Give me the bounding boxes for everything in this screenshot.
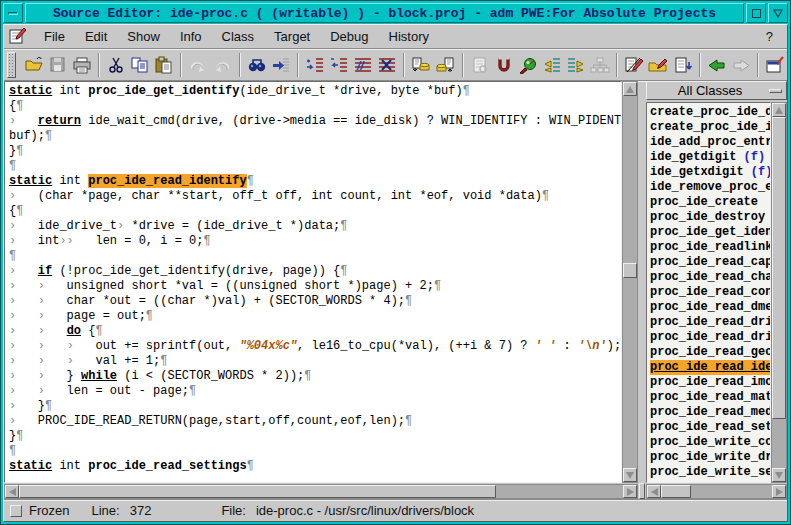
scroll-up-button[interactable] (772, 103, 786, 117)
classes-vscroll-trough[interactable] (772, 117, 786, 468)
class-list[interactable]: create_proc_ide_drivescreate_proc_ide_in… (646, 102, 771, 483)
menu-show[interactable]: Show (117, 26, 170, 47)
scroll-down-button[interactable] (623, 468, 637, 482)
class-list-item[interactable]: proc_ide_read_geometry (650, 345, 770, 360)
all-classes-dropdown[interactable]: All Classes (646, 81, 787, 100)
menu-help[interactable]: ? (760, 26, 779, 47)
paste-icon (154, 56, 174, 74)
comment-button[interactable]: // (351, 52, 375, 78)
uncomment-button[interactable] (375, 52, 399, 78)
edit-file-button[interactable] (622, 52, 646, 78)
scroll-right-button[interactable] (623, 485, 637, 498)
edit-project-button[interactable] (646, 52, 670, 78)
save-icon (48, 56, 68, 74)
back-button[interactable] (705, 52, 729, 78)
menu-target[interactable]: Target (264, 26, 320, 47)
classes-vscroll-thumb[interactable] (772, 117, 786, 419)
classes-hscroll-trough[interactable] (661, 485, 772, 498)
properties-button[interactable] (763, 52, 787, 78)
paste-button[interactable] (152, 52, 176, 78)
class-list-item[interactable]: proc_ide_read_imodel (650, 375, 770, 390)
edit-file-icon (624, 56, 644, 74)
class-list-item[interactable]: ide_getdigit (f) (650, 150, 770, 165)
redo-button[interactable] (210, 52, 234, 78)
diff-right-button[interactable] (564, 52, 588, 78)
print-button[interactable] (70, 52, 94, 78)
class-list-item[interactable]: proc_ide_read_driver (650, 315, 770, 330)
scroll-right-button[interactable] (772, 485, 786, 498)
diff-left-button[interactable] (540, 52, 564, 78)
classes-vscrollbar[interactable] (771, 102, 787, 483)
save-button[interactable] (46, 52, 70, 78)
copy-button[interactable] (128, 52, 152, 78)
menu-history[interactable]: History (379, 26, 439, 47)
sash-grip[interactable] (639, 483, 645, 499)
class-list-item[interactable]: proc_ide_write_config (650, 435, 770, 450)
editor-vscrollbar[interactable] (622, 81, 638, 483)
editor-hscrollbar[interactable] (4, 484, 638, 499)
titlebar: Source Editor: ide-proc.c ( (writable) )… (3, 3, 788, 23)
classes-hscrollbar[interactable] (646, 484, 787, 499)
shade-button[interactable] (768, 3, 788, 23)
editor-hscroll-trough[interactable] (19, 485, 623, 498)
magnet-button[interactable] (492, 52, 516, 78)
class-list-item[interactable]: proc_ide_get_identify (650, 225, 770, 240)
ifdef-insert-button[interactable] (303, 52, 327, 78)
scroll-left-button[interactable] (647, 485, 661, 498)
class-list-item[interactable]: create_proc_ide_drives (650, 105, 770, 120)
find-button[interactable] (245, 52, 269, 78)
toolbar-separator (462, 53, 464, 77)
frozen-toggle[interactable] (10, 505, 22, 517)
undo-button[interactable] (186, 52, 210, 78)
class-list-item[interactable]: create_proc_ide_interfaces (650, 120, 770, 135)
menu-edit[interactable]: Edit (75, 26, 117, 47)
reload-file-button[interactable] (671, 52, 695, 78)
window-menu-icon (8, 12, 18, 15)
class-list-item[interactable]: proc_ide_read_config (650, 285, 770, 300)
class-list-item[interactable]: ide_add_proc_entries (650, 135, 770, 150)
window-menu-button[interactable] (3, 3, 23, 23)
pane-sash[interactable] (638, 81, 646, 499)
check-in-button[interactable] (433, 52, 457, 78)
check-out-button[interactable] (409, 52, 433, 78)
scroll-left-button[interactable] (5, 485, 19, 498)
generate-doc-button[interactable] (468, 52, 492, 78)
class-list-item[interactable]: proc_ide_read_identify (650, 360, 770, 375)
code-line: › › char *out = ((char *)val) + (SECTOR_… (9, 294, 621, 309)
editor-hscroll-thumb[interactable] (19, 485, 496, 498)
toolbar-separator (98, 53, 100, 77)
class-list-item[interactable]: proc_ide_read_channel (650, 270, 770, 285)
cut-button[interactable] (104, 52, 128, 78)
goto-line-button[interactable] (269, 52, 293, 78)
editor-vscroll-thumb[interactable] (623, 263, 637, 278)
class-list-item[interactable]: ide_remove_proc_entries (650, 180, 770, 195)
menu-info[interactable]: Info (170, 26, 212, 47)
class-list-item[interactable]: proc_ide_write_settings (650, 465, 770, 480)
menu-file[interactable]: File (34, 26, 75, 47)
scroll-down-button[interactable] (772, 468, 786, 482)
menu-debug[interactable]: Debug (320, 26, 378, 47)
code-editor[interactable]: static int proc_ide_get_identify(ide_dri… (4, 81, 622, 483)
toolbar-grip[interactable] (7, 52, 16, 78)
class-list-item[interactable]: proc_ide_read_drivers (650, 330, 770, 345)
class-list-item[interactable]: proc_ide_read_dmesg (650, 300, 770, 315)
forward-button[interactable] (729, 52, 753, 78)
open-button[interactable] (22, 52, 46, 78)
editor-vscroll-trough[interactable] (623, 96, 637, 468)
class-list-item[interactable]: proc_ide_readlink (650, 240, 770, 255)
class-list-item[interactable]: ide_getxdigit (f) (650, 165, 770, 180)
analyzer-button[interactable] (516, 52, 540, 78)
class-list-item[interactable]: proc_ide_create (650, 195, 770, 210)
hierarchy-button[interactable] (588, 52, 612, 78)
class-list-item[interactable]: proc_ide_write_driver (650, 450, 770, 465)
menu-class[interactable]: Class (212, 26, 265, 47)
maximize-button[interactable] (746, 3, 766, 23)
class-list-item[interactable]: proc_ide_read_media (650, 405, 770, 420)
class-list-item[interactable]: proc_ide_read_capacity (650, 255, 770, 270)
class-list-item[interactable]: proc_ide_destroy (650, 210, 770, 225)
class-list-item[interactable]: proc_ide_read_mate (650, 390, 770, 405)
scroll-up-button[interactable] (623, 82, 637, 96)
ifdef-remove-button[interactable] (327, 52, 351, 78)
classes-hscroll-thumb[interactable] (661, 485, 691, 498)
class-list-item[interactable]: proc_ide_read_settings (650, 420, 770, 435)
